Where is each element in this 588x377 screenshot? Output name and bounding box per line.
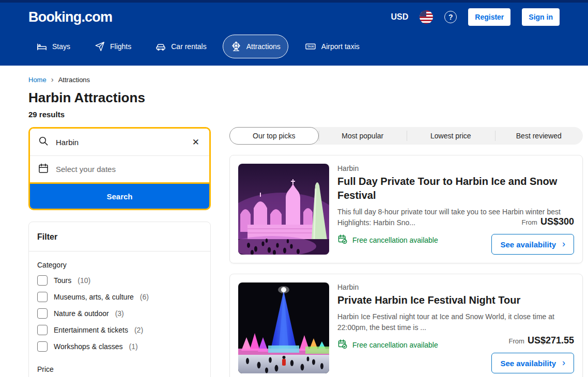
- result-card: Harbin Full Day Private Tour to Harbin I…: [229, 155, 583, 263]
- price-from-label: From: [509, 337, 524, 345]
- sidebar: ✕ Select your dates Search Filter: [28, 127, 211, 377]
- search-button[interactable]: Search: [30, 184, 209, 209]
- results-count: 29 results: [28, 110, 583, 119]
- result-location: Harbin: [337, 164, 574, 172]
- attraction-photo-ice-castle[interactable]: [238, 164, 329, 255]
- price-from-label: From: [522, 218, 537, 226]
- calendar-check-icon: [337, 234, 348, 246]
- filter-option-count: (1): [129, 342, 138, 351]
- see-availability-label: See availability: [500, 240, 556, 249]
- signin-button[interactable]: Sign in: [522, 8, 560, 26]
- category-heading: Category: [37, 261, 202, 269]
- filter-option-workshops[interactable]: Workshops & classes (1): [37, 341, 202, 352]
- nav-item-airport-taxis[interactable]: TAXI Airport taxis: [297, 35, 367, 58]
- checkbox[interactable]: [37, 341, 48, 352]
- booking-logo[interactable]: Booking.com: [28, 9, 112, 25]
- filter-option-label: Workshops & classes: [54, 342, 123, 351]
- cancellation-text: Free cancellation available: [352, 236, 438, 244]
- calendar-icon: [38, 163, 49, 176]
- plane-icon: [94, 41, 105, 52]
- nav-item-stays[interactable]: Stays: [28, 35, 78, 58]
- filter-option-label: Entertainment & tickets: [54, 326, 128, 334]
- checkbox[interactable]: [37, 275, 48, 286]
- nav-label: Car rentals: [171, 42, 206, 51]
- divider: [29, 251, 210, 252]
- taxi-icon-text: TAXI: [307, 45, 314, 48]
- dates-placeholder: Select your dates: [56, 165, 116, 174]
- filter-title: Filter: [37, 232, 202, 242]
- chevron-right-icon: ›: [51, 75, 54, 83]
- result-location: Harbin: [337, 283, 574, 291]
- sort-tab-top-picks[interactable]: Our top picks: [229, 127, 319, 145]
- results-column: Our top picks Most popular Lowest price …: [229, 127, 583, 377]
- filter-panel: Filter Category Tours (10) Museums, arts…: [28, 222, 211, 377]
- dates-row[interactable]: Select your dates: [30, 155, 209, 182]
- sort-bar: Our top picks Most popular Lowest price …: [229, 127, 583, 145]
- search-widget: ✕ Select your dates Search: [28, 127, 211, 210]
- filter-option-nature[interactable]: Nature & outdoor (3): [37, 308, 202, 319]
- result-title[interactable]: Full Day Private Tour to Harbin Ice and …: [337, 175, 567, 202]
- nav-item-car-rentals[interactable]: Car rentals: [147, 35, 214, 58]
- filter-option-count: (2): [134, 326, 143, 334]
- filter-option-count: (3): [115, 309, 124, 318]
- filter-option-museums[interactable]: Museums, arts, & culture (6): [37, 292, 202, 302]
- price-value: US$300: [540, 216, 574, 227]
- search-icon: [38, 135, 49, 149]
- sort-tab-best-reviewed[interactable]: Best reviewed: [495, 127, 583, 145]
- breadcrumb: Home › Attractions: [28, 76, 583, 84]
- filter-option-entertainment[interactable]: Entertainment & tickets (2): [37, 325, 202, 335]
- close-icon[interactable]: ✕: [190, 136, 202, 149]
- filter-option-label: Tours: [54, 276, 71, 285]
- result-description: Harbin Ice Festival night tour at Ice an…: [337, 311, 561, 333]
- nav-label: Flights: [110, 42, 131, 51]
- checkbox[interactable]: [37, 325, 48, 335]
- result-card: Harbin Private Harbin Ice Festival Night…: [229, 274, 583, 377]
- see-availability-button[interactable]: See availability ›: [491, 353, 574, 373]
- breadcrumb-home-link[interactable]: Home: [28, 76, 47, 84]
- checkbox[interactable]: [37, 308, 48, 319]
- checkbox[interactable]: [37, 292, 48, 302]
- price-heading: Price: [37, 365, 202, 373]
- filter-option-count: (10): [78, 276, 90, 285]
- result-title[interactable]: Private Harbin Ice Festival Night Tour: [337, 293, 567, 307]
- filter-option-count: (6): [140, 293, 149, 301]
- bed-icon: [36, 41, 48, 52]
- price-value: US$271.55: [528, 335, 574, 345]
- nav-item-attractions[interactable]: Attractions: [223, 35, 288, 58]
- main-nav: Stays Flights Car rentals: [28, 35, 560, 58]
- register-button[interactable]: Register: [468, 8, 510, 26]
- attraction-photo-blue-tower[interactable]: [238, 282, 329, 373]
- calendar-check-icon: [337, 339, 348, 351]
- destination-row: ✕: [30, 129, 209, 155]
- breadcrumb-current: Attractions: [58, 76, 90, 84]
- nav-label: Airport taxis: [321, 42, 360, 51]
- see-availability-button[interactable]: See availability ›: [491, 234, 574, 255]
- filter-option-label: Museums, arts, & culture: [54, 293, 134, 301]
- language-flag-icon[interactable]: [420, 10, 433, 24]
- nav-label: Attractions: [246, 42, 281, 51]
- currency-selector[interactable]: USD: [391, 12, 409, 22]
- header: Booking.com USD ? Register Sign in Stays: [0, 3, 588, 66]
- sort-tab-most-popular[interactable]: Most popular: [319, 127, 407, 145]
- main-content: Home › Attractions Harbin Attractions 29…: [0, 76, 588, 377]
- filter-option-tours[interactable]: Tours (10): [37, 275, 202, 286]
- filter-option-label: Nature & outdoor: [54, 309, 109, 318]
- search-input[interactable]: [56, 138, 183, 147]
- see-availability-label: See availability: [500, 359, 556, 368]
- cancellation-text: Free cancellation available: [352, 341, 438, 349]
- ferris-wheel-icon: [230, 41, 242, 52]
- chevron-right-icon: ›: [562, 358, 565, 367]
- page-title: Harbin Attractions: [28, 90, 583, 106]
- nav-item-flights[interactable]: Flights: [86, 35, 139, 58]
- chevron-right-icon: ›: [562, 239, 565, 248]
- nav-label: Stays: [52, 42, 70, 51]
- taxi-icon: TAXI: [304, 41, 317, 52]
- help-icon[interactable]: ?: [444, 11, 457, 23]
- sort-tab-lowest-price[interactable]: Lowest price: [407, 127, 495, 145]
- flag-canton: [420, 10, 426, 17]
- car-icon: [155, 41, 166, 52]
